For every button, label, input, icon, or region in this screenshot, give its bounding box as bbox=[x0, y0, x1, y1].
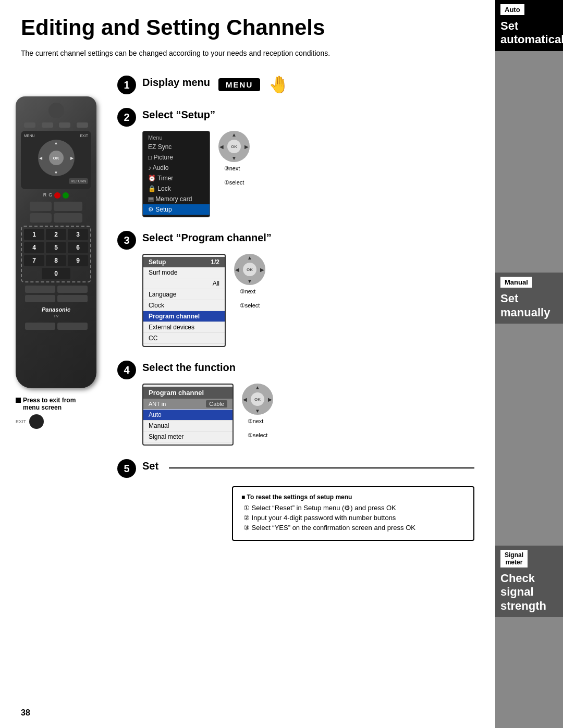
step-5: 5 Set bbox=[117, 458, 474, 478]
num-6[interactable]: 6 bbox=[68, 242, 88, 253]
step-5-header: 5 Set bbox=[117, 458, 474, 478]
signal-title: Checksignalstrength bbox=[500, 572, 558, 613]
arrow-left-3: ◀ bbox=[235, 267, 239, 273]
step-4-title: Select the function bbox=[142, 362, 236, 374]
arrow-left: ◀ bbox=[219, 144, 224, 150]
dpad[interactable]: OK ▲ ▼ ◀ ▶ bbox=[38, 140, 75, 176]
nav-select-label: ①select bbox=[224, 179, 244, 186]
manual-label: Manual bbox=[149, 422, 169, 429]
nav-labels-4: ③next ①select bbox=[248, 418, 268, 439]
page-container: Editing and Setting Channels The current… bbox=[0, 0, 563, 728]
red-button[interactable] bbox=[54, 192, 60, 199]
auto-title-text: Set bbox=[500, 19, 518, 32]
nav-labels-3: ③next ①select bbox=[240, 288, 260, 309]
arrow-up-4: ▲ bbox=[255, 385, 260, 390]
arrow-right-4: ▶ bbox=[268, 397, 272, 402]
exit-note-content: Press to exit frommenu screen bbox=[16, 397, 102, 411]
remote-brand: Panasonic bbox=[21, 306, 91, 313]
remote-control: MENU EXIT OK ▲ ▼ ◀ ▶ bbox=[16, 96, 102, 429]
numpad-grid: 1 2 3 4 5 6 7 8 9 bbox=[24, 229, 88, 266]
num-7[interactable]: 7 bbox=[24, 255, 44, 266]
extra-btn[interactable] bbox=[25, 286, 55, 293]
green-button[interactable] bbox=[63, 192, 69, 199]
extra-btn[interactable] bbox=[57, 286, 88, 293]
num-5[interactable]: 5 bbox=[46, 242, 66, 253]
dial-outer-4: OK ▲ ▼ ◀ ▶ bbox=[242, 384, 273, 415]
remote-big-btn[interactable] bbox=[30, 202, 52, 211]
program-manual: Manual bbox=[143, 421, 232, 431]
setup-external: External devices bbox=[143, 322, 225, 333]
auto-subtitle: automatically bbox=[500, 33, 563, 46]
step-3: 3 Select “Program channel” Setup 1/2 Sur… bbox=[117, 230, 474, 347]
step-2-circle: 2 bbox=[117, 108, 136, 127]
manual-subtitle: manually bbox=[500, 306, 550, 319]
step-1-header: 1 Display menu MENU 🤚 bbox=[117, 75, 474, 94]
num-4[interactable]: 4 bbox=[24, 242, 44, 253]
bottom-btn[interactable] bbox=[25, 323, 55, 330]
extra-row bbox=[21, 286, 91, 293]
dpad-center[interactable]: OK bbox=[49, 151, 64, 165]
step-4-nav: OK ▲ ▼ ◀ ▶ ③next ①select bbox=[242, 384, 273, 439]
setup-program-channel: Program channel bbox=[143, 311, 225, 322]
manual-title: Set manually bbox=[500, 292, 558, 319]
remote-big-btn[interactable] bbox=[54, 213, 82, 223]
remote-btn[interactable] bbox=[77, 122, 88, 128]
nav-dial-2: OK ▲ ▼ ◀ ▶ bbox=[218, 131, 250, 162]
step-2-nav: OK ▲ ▼ ◀ ▶ ③next ①select bbox=[218, 131, 250, 186]
menu-item-memcard: ▤ Memory card bbox=[143, 194, 210, 204]
sidebar-manual-dark: Manual Set manually bbox=[495, 273, 563, 324]
step-4: 4 Select the function Program channel AN… bbox=[117, 360, 474, 446]
remote-body: MENU EXIT OK ▲ ▼ ◀ ▶ bbox=[16, 96, 96, 388]
extra-btn[interactable] bbox=[57, 295, 88, 302]
main-content: Editing and Setting Channels The current… bbox=[0, 0, 495, 728]
extra-btn[interactable] bbox=[25, 295, 55, 302]
dial-inner: OK bbox=[227, 140, 241, 153]
sidebar-signal-dark: Signalmeter Checksignalstrength bbox=[495, 546, 563, 617]
step-4-number: 4 bbox=[124, 364, 129, 376]
step-3-number: 3 bbox=[124, 235, 129, 246]
sidebar-spacer-2 bbox=[495, 324, 563, 546]
step-5-title: Set bbox=[142, 460, 158, 472]
setup-cc: CC bbox=[143, 333, 225, 344]
step-2-header: 2 Select “Setup” bbox=[117, 107, 474, 127]
remote-btn[interactable] bbox=[24, 122, 35, 128]
sidebar-spacer-1 bbox=[495, 51, 563, 273]
bottom-buttons bbox=[21, 323, 91, 330]
menu-item-lock: 🔒 Lock bbox=[143, 183, 210, 194]
num-3[interactable]: 3 bbox=[68, 229, 88, 240]
sidebar-signal-section: Signalmeter Checksignalstrength bbox=[495, 546, 563, 617]
num-0[interactable]: 0 bbox=[42, 268, 70, 279]
g-label: G bbox=[48, 192, 52, 199]
dial-inner-4: OK bbox=[251, 392, 264, 406]
remote-big-btn[interactable] bbox=[30, 213, 52, 223]
dpad-left: ◀ bbox=[39, 156, 42, 161]
arrow-down-4: ▼ bbox=[255, 408, 260, 414]
exit-button[interactable] bbox=[29, 414, 44, 429]
return-button[interactable]: RETURN bbox=[69, 178, 88, 184]
manual-title-text: Set bbox=[500, 292, 518, 305]
arrow-down: ▼ bbox=[231, 155, 237, 161]
dpad-right: ▶ bbox=[70, 156, 74, 161]
remote-big-btn[interactable] bbox=[54, 202, 82, 211]
setup-all: All bbox=[143, 278, 225, 289]
setup-header: Setup 1/2 bbox=[143, 257, 225, 267]
nav-dial-4: OK ▲ ▼ ◀ ▶ bbox=[242, 384, 273, 415]
arrow-left-4: ◀ bbox=[243, 397, 247, 402]
num-2[interactable]: 2 bbox=[46, 229, 66, 240]
exit-note-text: Press to exit frommenu screen bbox=[23, 397, 76, 411]
big-btn-row2 bbox=[21, 213, 91, 223]
num-1[interactable]: 1 bbox=[24, 229, 44, 240]
num-8[interactable]: 8 bbox=[46, 255, 66, 266]
remote-btn[interactable] bbox=[59, 122, 70, 128]
menu-item-setup: ⚙ Setup bbox=[143, 204, 210, 215]
extra-buttons bbox=[21, 286, 91, 302]
nav-labels-2: ③next ①select bbox=[224, 165, 244, 186]
remote-btn[interactable] bbox=[42, 122, 53, 128]
program-ant-row: ANT in Cable bbox=[143, 399, 232, 410]
bottom-btn[interactable] bbox=[57, 323, 88, 330]
menu-item-picture: □ Picture bbox=[143, 152, 210, 163]
ant-value: Cable bbox=[206, 400, 227, 408]
menu-item-audio: ♪ Audio bbox=[143, 163, 210, 173]
step-5-number: 5 bbox=[124, 463, 129, 475]
num-9[interactable]: 9 bbox=[68, 255, 88, 266]
